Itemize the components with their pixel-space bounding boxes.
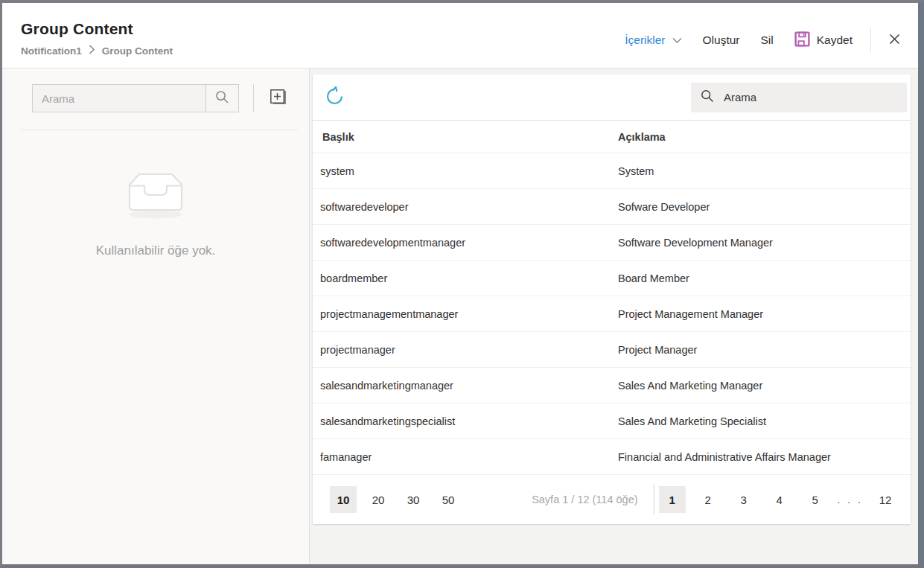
row-title: projectmanager xyxy=(313,344,618,356)
table-row[interactable]: projectmanagementmanager Project Managem… xyxy=(313,296,911,332)
page-size-20[interactable]: 20 xyxy=(365,486,392,513)
save-button[interactable]: Kaydet xyxy=(794,31,853,50)
table-row[interactable]: system System xyxy=(313,153,911,189)
left-search-button[interactable] xyxy=(205,85,238,112)
refresh-icon xyxy=(325,86,345,109)
pagination-bar: 10 20 30 50 Sayfa 1 / 12 (114 öğe) 1 2 3… xyxy=(313,475,911,524)
row-title: boardmember xyxy=(313,272,618,284)
header-divider xyxy=(870,28,871,53)
close-button[interactable] xyxy=(889,33,900,48)
create-button-label: Oluştur xyxy=(703,33,740,47)
delete-button-label: Sil xyxy=(761,33,774,47)
chevron-down-icon xyxy=(672,33,682,47)
pagination-divider xyxy=(654,485,654,514)
table-search-input[interactable] xyxy=(722,90,897,104)
table-row[interactable]: boardmember Board Member xyxy=(313,261,911,296)
row-description: Sales And Marketing Manager xyxy=(618,380,911,392)
close-icon xyxy=(889,33,900,48)
breadcrumb-current: Group Content xyxy=(102,45,173,57)
row-description: Project Management Manager xyxy=(618,308,911,320)
inbox-tray-icon xyxy=(112,214,199,226)
table-card: Başlık Açıklama system System softwarede… xyxy=(313,74,911,524)
table-row[interactable]: softwaredeveloper Sofware Developer xyxy=(313,189,911,225)
page-size-10[interactable]: 10 xyxy=(330,486,357,513)
dialog-header: Group Content Notification1 Group Conten… xyxy=(2,3,918,68)
save-button-label: Kaydet xyxy=(817,33,853,47)
row-description: Board Member xyxy=(618,272,911,284)
create-button[interactable]: Oluştur xyxy=(703,33,740,47)
group-content-panel: Başlık Açıklama system System softwarede… xyxy=(310,68,918,564)
page-3-button[interactable]: 3 xyxy=(730,486,757,513)
table-row[interactable]: salesandmarketingmanager Sales And Marke… xyxy=(313,368,911,403)
row-title: softwaredeveloper xyxy=(313,201,618,213)
save-icon xyxy=(794,31,810,50)
page-size-30[interactable]: 30 xyxy=(400,486,427,513)
add-square-icon xyxy=(268,87,288,109)
column-header-title[interactable]: Başlık xyxy=(313,131,618,143)
table-row[interactable]: salesandmarketingspecialist Sales And Ma… xyxy=(313,403,911,439)
delete-button[interactable]: Sil xyxy=(761,33,774,47)
left-search-group xyxy=(32,84,239,112)
available-items-panel: Kullanılabilir öğe yok. xyxy=(2,68,310,564)
page-4-button[interactable]: 4 xyxy=(766,486,793,513)
page-size-group: 10 20 30 50 xyxy=(330,486,462,513)
row-title: famanager xyxy=(313,451,618,463)
row-description: System xyxy=(618,165,911,177)
table-row[interactable]: projectmanager Project Manager xyxy=(313,332,911,368)
empty-message: Kullanılabilir öğe yok. xyxy=(2,243,309,258)
page-size-50[interactable]: 50 xyxy=(435,486,462,513)
page-12-button[interactable]: 12 xyxy=(872,486,899,513)
add-item-button[interactable] xyxy=(268,87,288,109)
table-header-row: Başlık Açıklama xyxy=(313,121,911,153)
table-toolbar xyxy=(313,74,911,121)
contents-menu-label: İçerikler xyxy=(625,33,665,47)
pagination-info: Sayfa 1 / 12 (114 öğe) xyxy=(532,494,637,505)
row-title: projectmanagementmanager xyxy=(313,308,618,320)
page-5-button[interactable]: 5 xyxy=(802,486,829,513)
column-header-description[interactable]: Açıklama xyxy=(618,131,911,143)
breadcrumb-parent[interactable]: Notification1 xyxy=(21,45,82,57)
left-toolbar-divider xyxy=(253,84,254,112)
search-icon xyxy=(701,89,714,106)
row-title: salesandmarketingspecialist xyxy=(313,415,618,427)
row-title: system xyxy=(313,165,618,177)
page-number-group: 1 2 3 4 5 . . . 12 xyxy=(659,486,899,513)
refresh-button[interactable] xyxy=(325,86,345,109)
row-description: Project Manager xyxy=(618,344,911,356)
page-title: Group Content xyxy=(21,20,173,38)
row-description: Financial and Administrative Affairs Man… xyxy=(618,451,911,463)
group-content-dialog: Group Content Notification1 Group Conten… xyxy=(0,0,924,568)
table-row[interactable]: softwaredevelopmentmanager Software Deve… xyxy=(313,225,911,261)
row-title: salesandmarketingmanager xyxy=(313,380,618,392)
row-description: Sofware Developer xyxy=(618,201,911,213)
page-2-button[interactable]: 2 xyxy=(695,486,721,513)
left-panel-divider xyxy=(21,130,298,130)
table-search-box xyxy=(691,83,907,112)
search-icon xyxy=(215,90,229,106)
contents-menu-button[interactable]: İçerikler xyxy=(625,33,681,47)
chevron-right-icon xyxy=(89,45,95,57)
pagination-ellipsis: . . . xyxy=(838,494,863,505)
row-description: Software Development Manager xyxy=(618,237,911,249)
row-title: softwaredevelopmentmanager xyxy=(313,237,618,249)
table-row[interactable]: famanager Financial and Administrative A… xyxy=(313,439,911,475)
row-description: Sales And Marketing Specialist xyxy=(618,415,911,427)
header-actions: İçerikler Oluştur Sil xyxy=(625,28,900,53)
left-search-input[interactable] xyxy=(33,85,205,112)
empty-state: Kullanılabilir öğe yok. xyxy=(2,165,309,258)
breadcrumb: Notification1 Group Content xyxy=(21,45,173,57)
page-1-button[interactable]: 1 xyxy=(659,486,686,513)
